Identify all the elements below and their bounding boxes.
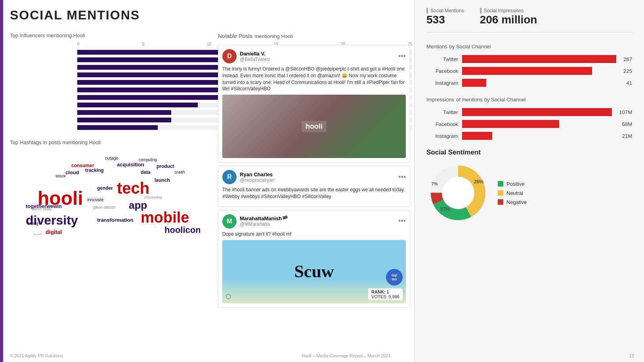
word-cloud-word: data	[141, 170, 151, 175]
post-handle: @BellaTweetz	[240, 57, 270, 62]
share-icon[interactable]: ⬡	[225, 293, 231, 300]
post-menu-icon[interactable]: •••	[398, 173, 406, 181]
top-ten-badge: topten	[386, 269, 403, 286]
word-cloud-word: transformation	[97, 217, 134, 223]
neutral-pct-label: 67%	[440, 206, 450, 212]
impressions-channel-label: Instagram	[426, 133, 458, 139]
channel-label: Instagram	[426, 80, 458, 86]
word-cloud-word: crash	[174, 170, 185, 174]
impressions-bar-row: Facebook68M	[426, 120, 632, 128]
bar-value: 267	[623, 56, 632, 62]
word-cloud-word: innovate	[87, 197, 104, 202]
post-handle: @MMarahatta	[240, 221, 288, 227]
legend-positive: Positive	[498, 181, 527, 187]
impressions-channel-label: Facebook	[426, 121, 458, 127]
footer-right: 12	[629, 353, 634, 358]
post-username: Daniella V.	[240, 51, 270, 57]
impressions-section-title: Impressions of mentions by Social Channe…	[426, 95, 632, 103]
post-user: RRyan Charles@reciprocalryan	[222, 170, 275, 184]
word-cloud-word: hack	[34, 233, 42, 235]
social-mentions-value: 533	[426, 13, 464, 26]
word-cloud: hoolidiversitytechmobilehooliconapptrans…	[10, 148, 200, 235]
post-image-overlay: hooli	[302, 121, 327, 132]
word-cloud-word: hiring	[28, 221, 38, 226]
bar-container	[462, 79, 619, 87]
mentions-bars-container: Twitter267Facebook225Instagram41	[426, 55, 632, 87]
post-card: DDaniella V.@BellaTweetz•••The irony is …	[218, 45, 410, 162]
post-name-block: MarahattaManish🏴@MMarahatta	[240, 215, 288, 227]
posts-title: Notable Posts mentioning Hooli	[218, 32, 410, 40]
post-handle: @reciprocalryan	[240, 177, 275, 183]
bar-fill	[462, 79, 486, 87]
mentions-by-channel-section: Mentions by Social Channel Twitter267Fac…	[426, 42, 632, 87]
negative-label: Negative	[506, 199, 527, 205]
post-text: The irony is funny! Ordered a @SiliconHB…	[222, 66, 406, 92]
bar-container	[462, 55, 616, 63]
axis-label: 0	[77, 42, 80, 46]
influencer-bar	[77, 80, 238, 85]
post-header: MMarahattaManish🏴@MMarahatta•••	[222, 214, 406, 229]
post-avatar: D	[222, 49, 237, 63]
bar-fill	[462, 67, 592, 75]
writing-text: Scuw	[294, 261, 334, 282]
post-user: MMarahattaManish🏴@MMarahatta	[222, 214, 288, 229]
post-user: DDaniella V.@BellaTweetz	[222, 49, 270, 63]
impressions-channel-label: Twitter	[426, 109, 458, 115]
word-cloud-word: silicon valley	[32, 207, 52, 211]
word-cloud-word: launch	[155, 177, 170, 183]
social-impressions-metric: Social Impressions 206 million	[480, 8, 537, 26]
bar-container	[462, 67, 616, 75]
impressions-bar-fill	[462, 108, 612, 116]
impressions-bar-container	[462, 120, 615, 128]
post-avatar: M	[222, 214, 237, 229]
footer-center: Hooli – Media Coverage Report – March 20…	[302, 353, 390, 358]
impressions-bar-container	[462, 108, 612, 116]
word-cloud-word: tracking	[85, 168, 104, 173]
channel-bar-row: Instagram41	[426, 79, 632, 87]
negative-color	[498, 199, 503, 205]
influencer-bar	[77, 103, 198, 107]
mentions-section-title: Mentions by Social Channel	[426, 42, 632, 50]
social-mentions-label: Social Mentions	[426, 8, 464, 13]
impressions-bar-value: 68M	[622, 121, 632, 127]
influencer-bar	[77, 110, 171, 115]
post-header: DDaniella V.@BellaTweetz•••	[222, 49, 406, 63]
post-avatar: R	[222, 170, 237, 184]
influencer-bar	[77, 125, 158, 130]
footer-left: © 2021 Agility PR Solutions	[10, 353, 63, 358]
word-cloud-word: gavin belson	[93, 205, 115, 210]
impressions-bar-value: 21M	[622, 133, 632, 139]
posts-container: DDaniella V.@BellaTweetz•••The irony is …	[218, 45, 410, 308]
impressions-bar-container	[462, 132, 615, 140]
post-name-block: Daniella V.@BellaTweetz	[240, 51, 270, 62]
word-cloud-word: computing	[139, 158, 157, 162]
neutral-color	[498, 190, 503, 196]
mentions-bar-icon	[426, 8, 428, 13]
positive-label: Positive	[506, 181, 525, 187]
impressions-by-channel-section: Impressions of mentions by Social Channe…	[426, 95, 632, 140]
sentiment-legend: Positive Neutral Negative	[498, 181, 527, 205]
social-impressions-label: Social Impressions	[480, 8, 537, 13]
bar-fill	[462, 55, 616, 63]
post-menu-icon[interactable]: •••	[398, 217, 406, 225]
post-name-block: Ryan Charles@reciprocalryan	[240, 171, 275, 183]
legend-negative: Negative	[498, 199, 527, 205]
word-cloud-word: stock	[55, 173, 66, 178]
word-cloud-word: consumer	[71, 163, 94, 168]
influencer-bar	[77, 88, 238, 92]
post-text: The #hooli banner ads on #webbyawards si…	[222, 187, 406, 200]
post-menu-icon[interactable]: •••	[398, 52, 406, 61]
neutral-label: Neutral	[506, 190, 523, 196]
post-writing-image: ScuwtoptenRANK: 1VOTES: 9,986⬡	[222, 240, 406, 303]
post-text: Dope signature ain't it? #hooli mf	[222, 231, 406, 238]
axis-label: 10	[207, 42, 211, 46]
influencer-bar	[77, 95, 225, 100]
footer: © 2021 Agility PR Solutions Hooli – Medi…	[10, 353, 634, 358]
word-cloud-word: mobile	[141, 209, 189, 226]
donut-chart: 7% 26% 67%	[426, 161, 490, 225]
word-cloud-word: product	[157, 164, 174, 169]
word-cloud-word: tech	[117, 179, 149, 197]
positive-color	[498, 181, 503, 187]
word-cloud-word: hoolicon	[164, 225, 200, 235]
posts-area: Notable Posts mentioning Hooli DDaniella…	[218, 32, 410, 346]
